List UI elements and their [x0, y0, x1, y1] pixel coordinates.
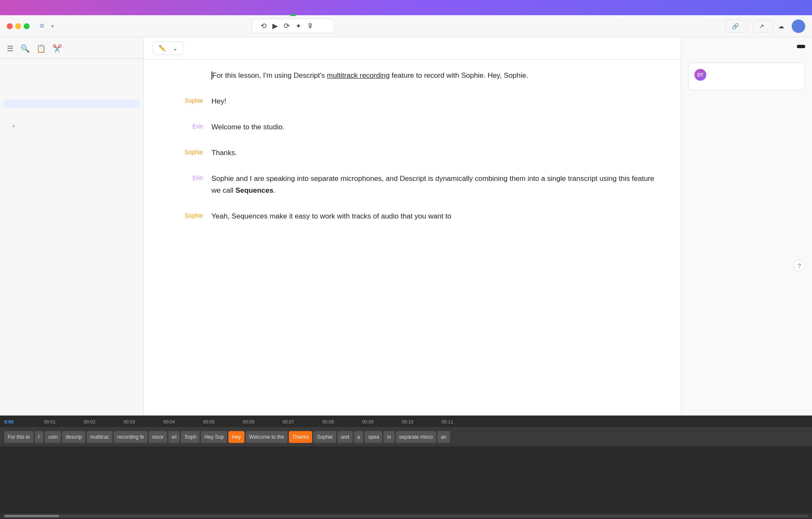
track-label [0, 446, 812, 450]
speaker-label-erin: Erin [169, 121, 203, 130]
help-button[interactable]: ? [793, 260, 805, 272]
chip[interactable]: Soph [181, 431, 200, 443]
chip[interactable]: I' [35, 431, 44, 443]
transcript-line: Erin Welcome to the studio. [169, 121, 656, 134]
chip-orange[interactable]: Thanks [289, 431, 312, 443]
transcript-text[interactable]: Welcome to the studio. [211, 121, 656, 134]
transcript-text[interactable]: Yeah, Sequences make it easy to work wit… [211, 210, 656, 223]
ruler-mark: 00:05 [203, 419, 243, 424]
scrollbar-track[interactable] [4, 515, 808, 517]
speaker-label-erin: Erin [169, 173, 203, 181]
transcript-text[interactable]: Hey! [211, 96, 656, 108]
project-title-section[interactable]: ≡ ▾ [40, 22, 54, 30]
chip-orange[interactable]: Hey [228, 431, 244, 443]
project-dropdown-icon: ▾ [51, 23, 54, 29]
play-button[interactable]: ▶ [272, 22, 278, 30]
chip[interactable]: an [437, 431, 450, 443]
chevron-down-icon: ⌄ [173, 45, 178, 52]
sidebar-item-final-tips[interactable] [3, 109, 140, 117]
sidebar-item-overview[interactable] [3, 62, 140, 71]
cursor [211, 71, 212, 79]
ruler-mark: 00:10 [402, 419, 442, 424]
maximize-window-button[interactable] [24, 23, 30, 29]
transcript-line: For this lesson, I'm using Descript's mu… [169, 70, 656, 82]
chip[interactable]: and [337, 431, 353, 443]
chip[interactable]: in [384, 431, 394, 443]
comment-avatar: DT [694, 69, 706, 81]
chip[interactable]: For this le [4, 431, 33, 443]
waveform-area: // Generate waveform bars var bars = '';… [0, 450, 812, 513]
mic-button[interactable]: 🎙 [307, 22, 314, 30]
sidebar-item-timeline-editing[interactable] [3, 81, 140, 89]
transcript-line: Erin Sophie and I are speaking into sepa… [169, 173, 656, 197]
speaker-label-sophie: Sophie [169, 210, 203, 219]
chip[interactable]: multitrac [87, 431, 112, 443]
bold-phrase: Sequences [236, 186, 274, 194]
chip[interactable]: separate micro [396, 431, 436, 443]
editor-area: ✏️ ⌄ For this lesson, I'm using Descript… [144, 37, 681, 415]
waveform-svg: // Generate waveform bars var bars = '';… [4, 462, 808, 500]
transcript-container[interactable]: For this lesson, I'm using Descript's mu… [144, 60, 681, 415]
transcript-text[interactable]: Sophie and I are speaking into separate … [211, 173, 656, 197]
ruler-mark: 00:07 [283, 419, 322, 424]
chip[interactable]: descrip [62, 431, 85, 443]
export-icon: ↗ [759, 23, 764, 30]
editor-toolbar: ✏️ ⌄ [144, 37, 681, 60]
playhead-marker: 0:00 [4, 419, 44, 424]
ruler-mark: 00:03 [123, 419, 163, 424]
ruler-mark: 00:06 [243, 419, 283, 424]
speaker-label-sophie: Sophie [169, 96, 203, 104]
time-marker [797, 45, 805, 48]
scrollbar-thumb[interactable] [4, 515, 59, 517]
transcript-text[interactable]: For this lesson, I'm using Descript's mu… [211, 70, 656, 82]
sidebar-item-music-volume[interactable] [3, 90, 140, 98]
chip[interactable]: spea [365, 431, 382, 443]
scissors-icon[interactable]: ✂️ [52, 44, 62, 53]
add-new-button[interactable]: + [3, 118, 140, 134]
hamburger-icon[interactable]: ☰ [7, 44, 14, 53]
share-button[interactable]: 🔗 [725, 20, 748, 33]
comment-panel: DT ? [681, 37, 812, 415]
share-icon: 🔗 [732, 23, 739, 30]
close-window-button[interactable] [7, 23, 13, 29]
comment-header: DT [694, 69, 799, 81]
minimize-window-button[interactable] [15, 23, 21, 29]
ruler-mark: 00:01 [44, 419, 84, 424]
rewind-button[interactable]: ⟲ [261, 22, 266, 30]
sidebar-item-script-editing[interactable] [3, 71, 140, 80]
timeline-chips[interactable]: For this le I' usin descrip multitrac re… [0, 428, 812, 446]
export-button[interactable]: ↗ [753, 20, 773, 33]
saved-button[interactable]: ☁ [778, 23, 787, 30]
transcript-text[interactable]: Thanks. [211, 147, 656, 159]
timeline-ruler: 0:00 00:01 00:02 00:03 00:04 00:05 00:06… [0, 416, 812, 428]
content-area: ☰ 🔍 📋 ✂️ + [0, 37, 812, 415]
chip[interactable]: a [354, 431, 364, 443]
chip[interactable]: usin [45, 431, 61, 443]
speed-badge[interactable] [290, 14, 296, 16]
effects-button[interactable]: ✦ [296, 22, 301, 30]
speaker-label-empty [169, 70, 203, 71]
top-banner [0, 0, 812, 15]
underlined-phrase: multitrack recording [327, 71, 390, 79]
ruler-mark: 00:09 [362, 419, 402, 424]
sidebar-toolbar: ☰ 🔍 📋 ✂️ [0, 42, 143, 59]
chip[interactable]: recor [149, 431, 167, 443]
editing-mode-button[interactable]: ✏️ ⌄ [152, 41, 184, 55]
fast-forward-button[interactable]: ⟳ [284, 22, 290, 30]
chip[interactable]: wi [168, 431, 180, 443]
copy-icon[interactable]: 📋 [36, 44, 46, 53]
comment-card: DT [688, 63, 805, 90]
ruler-mark: 00:11 [442, 419, 481, 424]
scrollbar-area[interactable] [0, 513, 812, 519]
search-icon[interactable]: 🔍 [20, 44, 30, 53]
chip[interactable]: recording fe [114, 431, 147, 443]
avatar[interactable] [792, 19, 805, 33]
sidebar-item-multitrack[interactable] [3, 99, 140, 108]
cloud-icon: ☁ [778, 23, 784, 30]
sidebar: ☰ 🔍 📋 ✂️ + [0, 37, 144, 415]
chip[interactable]: Welcome to the [246, 431, 288, 443]
chip[interactable]: Sophie [313, 431, 336, 443]
timeline: 0:00 00:01 00:02 00:03 00:04 00:05 00:06… [0, 415, 812, 519]
chip[interactable]: Hey Sop [201, 431, 227, 443]
header-actions: 🔗 ↗ ☁ [725, 19, 805, 33]
